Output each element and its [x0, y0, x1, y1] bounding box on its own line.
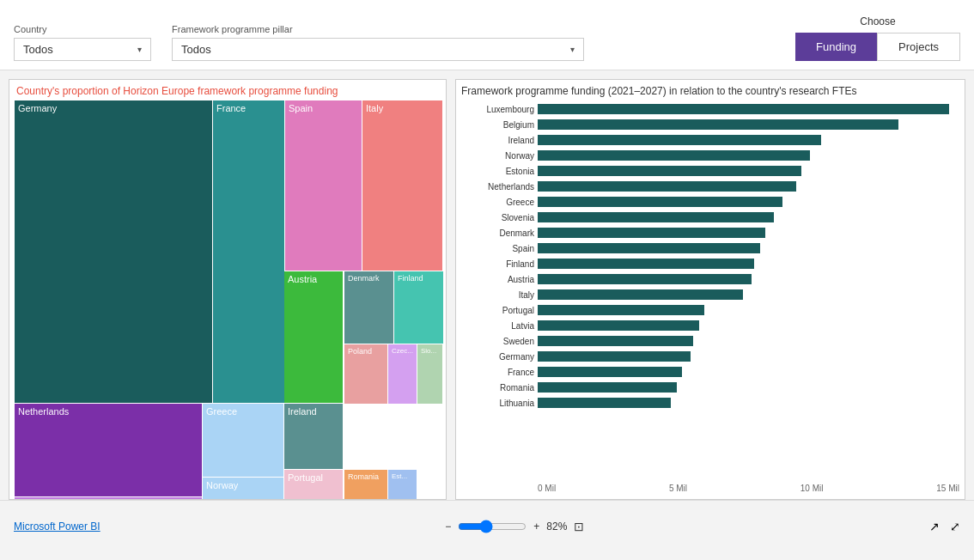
treemap-cell-label: Ireland	[288, 406, 317, 417]
country-filter-group: Country Todos ▾	[14, 24, 151, 61]
bar-track	[538, 398, 954, 408]
pillar-filter-group: Framework programme pillar Todos ▾	[172, 24, 584, 61]
bar-row: Lithuania	[461, 396, 954, 410]
treemap-cell[interactable]: Austria	[284, 271, 343, 403]
treemap-cell[interactable]: Slo...	[417, 344, 442, 404]
x-axis-label: 0 Mil	[538, 484, 556, 493]
treemap-cell[interactable]: Germany	[15, 100, 212, 403]
bar-fill	[538, 212, 774, 222]
bar-label: Ireland	[461, 136, 534, 145]
treemap-cell[interactable]: Italy	[362, 100, 442, 271]
barchart-title: Framework programme funding (2021–2027) …	[461, 85, 959, 97]
treemap-cell-label: Greece	[206, 406, 237, 417]
treemap-cell-label: Austria	[288, 274, 317, 284]
treemap-cell[interactable]: Spain	[285, 100, 362, 271]
bar-label: Romania	[461, 383, 534, 393]
bar-label: Estonia	[461, 167, 534, 176]
bar-track	[538, 181, 954, 192]
treemap-cell[interactable]: Greece	[203, 404, 283, 477]
bar-fill	[538, 289, 743, 300]
treemap-cell[interactable]: Ireland	[284, 404, 343, 469]
bar-label: Belgium	[461, 120, 534, 130]
country-filter-label: Country	[14, 24, 151, 34]
bar-track	[538, 212, 954, 222]
bar-row: Portugal	[461, 303, 954, 317]
bar-fill	[538, 166, 801, 176]
treemap-cell[interactable]: Portugal	[284, 470, 343, 500]
treemap-cell[interactable]: Belgium	[15, 497, 202, 500]
bar-label: Luxembourg	[461, 105, 534, 114]
choose-group: Choose Funding Projects	[795, 15, 960, 61]
bar-row: Ireland	[461, 133, 954, 147]
bar-fill	[538, 135, 821, 145]
bar-label: Spain	[461, 244, 534, 253]
treemap-cell[interactable]: Denmark	[344, 271, 393, 344]
bar-fill	[538, 181, 796, 192]
pillar-select[interactable]: Todos ▾	[172, 38, 584, 61]
share-icon[interactable]: ↗	[929, 520, 940, 533]
treemap-cell-label: France	[216, 103, 246, 113]
fullscreen-icon[interactable]: ⤢	[950, 520, 960, 533]
zoom-plus-icon[interactable]: +	[533, 520, 539, 533]
bar-label: Germany	[461, 352, 534, 362]
x-axis: 0 Mil5 Mil10 Mil15 Mil	[461, 484, 959, 493]
choose-label: Choose	[860, 15, 895, 27]
bar-track	[538, 228, 954, 238]
treemap-cell[interactable]: France	[213, 100, 284, 403]
bar-label: Slovenia	[461, 213, 534, 222]
bar-track	[538, 320, 954, 331]
bar-fill	[538, 336, 693, 346]
treemap-cell-label: Romania	[348, 472, 379, 481]
treemap-cell[interactable]: Finland	[394, 271, 443, 344]
country-select[interactable]: Todos ▾	[14, 38, 151, 61]
bar-label: Netherlands	[461, 182, 534, 192]
country-select-value: Todos	[23, 43, 53, 56]
bar-fill	[538, 104, 949, 114]
bar-fill	[538, 274, 752, 284]
treemap-cell-label: Germany	[18, 103, 57, 113]
bar-row: Belgium	[461, 118, 954, 131]
treemap-cell[interactable]: Poland	[344, 344, 387, 404]
bar-track	[538, 259, 954, 269]
zoom-controls: − + 82% ⊡	[445, 520, 584, 533]
barchart-area[interactable]: LuxembourgBelgiumIrelandNorwayEstoniaNet…	[461, 102, 959, 480]
bar-label: Greece	[461, 198, 534, 207]
bar-track	[538, 197, 954, 207]
treemap-container[interactable]: GermanyFranceSpainItalyNetherlandsGreece…	[15, 100, 442, 497]
bar-track	[538, 274, 954, 284]
bar-fill	[538, 259, 754, 269]
bar-label: Portugal	[461, 306, 534, 315]
bar-fill	[538, 351, 691, 362]
zoom-minus-icon[interactable]: −	[445, 520, 451, 533]
treemap-cell[interactable]: Est...	[388, 470, 417, 500]
bar-fill	[538, 320, 699, 331]
pillar-filter-label: Framework programme pillar	[172, 24, 584, 34]
bar-fill	[538, 305, 704, 315]
bar-row: Estonia	[461, 164, 954, 178]
country-chevron-icon: ▾	[137, 45, 142, 54]
treemap-cell[interactable]: Czec...	[388, 344, 417, 404]
bar-row: Norway	[461, 149, 954, 162]
funding-button[interactable]: Funding	[795, 33, 877, 61]
main-content: Country's proportion of Horizon Europe f…	[0, 70, 974, 500]
x-axis-label: 10 Mil	[801, 484, 824, 493]
bar-track	[538, 336, 954, 346]
bar-label: Norway	[461, 151, 534, 161]
treemap-cell-label: Netherlands	[18, 406, 69, 417]
bar-track	[538, 166, 954, 176]
bar-fill	[538, 228, 765, 238]
bar-label: France	[461, 368, 534, 377]
treemap-panel: Country's proportion of Horizon Europe f…	[9, 79, 447, 500]
bar-label: Denmark	[461, 228, 534, 238]
treemap-cell[interactable]: Romania	[344, 470, 387, 500]
powerbi-link[interactable]: Microsoft Power BI	[14, 520, 100, 533]
bar-row: Slovenia	[461, 210, 954, 224]
treemap-cell[interactable]: Norway	[203, 478, 283, 500]
fit-icon[interactable]: ⊡	[574, 520, 584, 533]
zoom-slider[interactable]	[458, 520, 527, 533]
bar-row: Italy	[461, 288, 954, 301]
treemap-cell[interactable]: Netherlands	[15, 404, 202, 496]
projects-button[interactable]: Projects	[877, 33, 960, 61]
bar-fill	[538, 243, 760, 253]
bar-fill	[538, 382, 677, 393]
